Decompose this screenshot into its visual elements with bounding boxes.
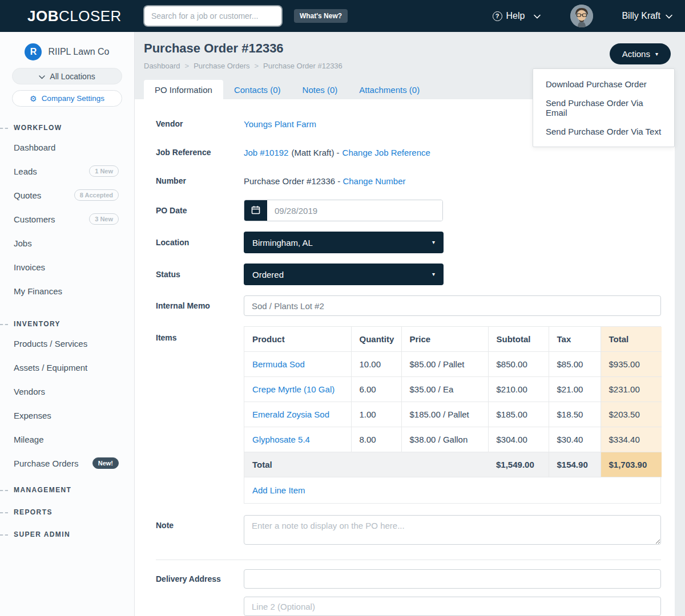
subtotal-cell: $210.00 xyxy=(488,377,549,402)
menu-item-download-purchase-order[interactable]: Download Purchase Order xyxy=(533,75,674,94)
company-settings-button[interactable]: ⚙ Company Settings xyxy=(12,90,122,107)
sidebar-item-invoices[interactable]: Invoices xyxy=(0,255,134,279)
product-link[interactable]: Emerald Zoysia Sod xyxy=(252,410,329,419)
sidebar-item-label: Assets / Equipment xyxy=(14,363,87,372)
caret-down-icon: ▾ xyxy=(432,240,435,245)
sidebar-item-purchase-orders[interactable]: Purchase OrdersNew! xyxy=(0,451,134,475)
quotes-badge: 8 Accepted xyxy=(74,189,119,201)
po-date-row: PO Date xyxy=(156,200,661,221)
delivery-address-input[interactable] xyxy=(244,569,661,589)
quantity-cell: 10.00 xyxy=(351,352,401,377)
table-header-row: Product Quantity Price Subtotal Tax Tota… xyxy=(244,327,662,352)
tab-notes[interactable]: Notes (0) xyxy=(292,80,349,99)
tab-po-information[interactable]: PO Information xyxy=(144,80,223,99)
sidebar-section-reports[interactable]: REPORTS xyxy=(0,505,134,520)
sidebar-item-quotes[interactable]: Quotes8 Accepted xyxy=(0,183,134,207)
table-row: Crepe Myrtle (10 Gal) 6.00 $35.00 / Ea $… xyxy=(244,377,662,402)
total-cell: $203.50 xyxy=(601,402,662,427)
user-avatar[interactable] xyxy=(570,5,593,27)
location-selector[interactable]: All Locations xyxy=(12,68,122,84)
actions-button[interactable]: Actions ▾ xyxy=(610,43,671,64)
menu-item-send-po-via-text[interactable]: Send Purchase Order Via Text xyxy=(533,122,674,141)
sidebar-section-inventory[interactable]: INVENTORY xyxy=(0,317,134,331)
chevron-down-icon xyxy=(534,11,541,21)
po-date-input[interactable] xyxy=(267,200,442,221)
help-menu[interactable]: ? Help xyxy=(493,11,541,21)
change-number-link[interactable]: Change Number xyxy=(342,176,405,186)
breadcrumb-item-purchase-orders[interactable]: Purchase Orders xyxy=(194,62,249,70)
tab-attachments[interactable]: Attachments (0) xyxy=(348,80,430,99)
tax-cell: $30.40 xyxy=(549,427,601,452)
sidebar-item-label: Purchase Orders xyxy=(14,459,78,468)
delivery-address-line2-input[interactable] xyxy=(244,597,661,616)
vendor-link[interactable]: Youngs Plant Farm xyxy=(244,119,316,129)
chevron-down-icon xyxy=(666,11,672,21)
user-name: Billy Kraft xyxy=(622,11,660,21)
price-cell: $38.00 / Gallon xyxy=(401,427,488,452)
product-link[interactable]: Glyphosate 5.4 xyxy=(252,435,310,444)
note-label: Note xyxy=(156,515,244,545)
company-name: RIIPL Lawn Co xyxy=(48,47,109,57)
column-header-quantity: Quantity xyxy=(351,327,401,352)
breadcrumb-item-dashboard[interactable]: Dashboard xyxy=(144,62,180,70)
total-cell: $334.40 xyxy=(601,427,662,452)
sidebar-item-customers[interactable]: Customers3 New xyxy=(0,207,134,231)
note-row: Note xyxy=(156,515,661,545)
subtotal-cell: $304.00 xyxy=(488,427,549,452)
change-job-reference-link[interactable]: Change Job Reference xyxy=(342,148,430,157)
location-select[interactable]: Birmingham, AL ▾ xyxy=(244,232,444,253)
help-label: Help xyxy=(506,11,525,21)
location-label: Location xyxy=(156,238,244,247)
note-textarea[interactable] xyxy=(244,515,661,545)
add-line-item-link[interactable]: Add Line Item xyxy=(252,485,305,495)
app-logo: JOBCLOSER xyxy=(27,7,122,25)
internal-memo-row: Internal Memo xyxy=(156,295,661,316)
tab-contacts[interactable]: Contacts (0) xyxy=(223,80,292,99)
sidebar-item-dashboard[interactable]: Dashboard xyxy=(0,135,134,159)
table-row: Glyphosate 5.4 8.00 $38.00 / Gallon $304… xyxy=(244,427,662,452)
calendar-icon xyxy=(251,205,260,216)
location-row: Location Birmingham, AL ▾ xyxy=(156,232,661,253)
po-date-label: PO Date xyxy=(156,206,244,215)
column-header-tax: Tax xyxy=(549,327,601,352)
price-cell: $85.00 / Pallet xyxy=(401,352,488,377)
internal-memo-input[interactable] xyxy=(244,295,661,316)
sidebar-section-workflow[interactable]: WORKFLOW xyxy=(0,120,134,135)
sidebar-item-jobs[interactable]: Jobs xyxy=(0,231,134,255)
table-row: Emerald Zoysia Sod 1.00 $185.00 / Pallet… xyxy=(244,402,662,427)
whats-new-button[interactable]: What's New? xyxy=(294,9,348,23)
status-select[interactable]: Ordered ▾ xyxy=(244,264,444,285)
sidebar-item-leads[interactable]: Leads1 New xyxy=(0,159,134,183)
calendar-button[interactable] xyxy=(244,200,267,221)
sidebar-item-vendors[interactable]: Vendors xyxy=(0,379,134,403)
user-menu[interactable]: Billy Kraft xyxy=(622,11,672,21)
sidebar-item-expenses[interactable]: Expenses xyxy=(0,403,134,427)
page-title: Purchase Order #12336 xyxy=(144,41,671,56)
sidebar-section-super-admin[interactable]: SUPER ADMIN xyxy=(0,527,134,542)
total-cell: $231.00 xyxy=(601,377,662,402)
total-cell: $935.00 xyxy=(601,352,662,377)
sidebar-item-assets-equipment[interactable]: Assets / Equipment xyxy=(0,355,134,379)
status-select-value: Ordered xyxy=(252,270,284,279)
column-header-product: Product xyxy=(244,327,351,352)
job-reference-link[interactable]: Job #10192 xyxy=(244,148,288,157)
sidebar-item-label: Leads xyxy=(14,167,37,176)
caret-down-icon: ▾ xyxy=(432,271,435,277)
search-input[interactable] xyxy=(151,11,275,21)
sidebar-item-label: Vendors xyxy=(14,387,45,396)
product-link[interactable]: Bermuda Sod xyxy=(252,359,305,369)
sidebar-item-label: Expenses xyxy=(14,411,51,420)
menu-item-send-po-via-email[interactable]: Send Purchase Order Via Email xyxy=(533,94,674,122)
sidebar-item-label: Invoices xyxy=(14,262,45,272)
sidebar-item-mileage[interactable]: Mileage xyxy=(0,427,134,451)
column-header-price: Price xyxy=(401,327,488,352)
sidebar-item-products-services[interactable]: Products / Services xyxy=(0,331,134,355)
breadcrumb-item-current: Purchase Order #12336 xyxy=(263,62,342,70)
sidebar-item-my-finances[interactable]: My Finances xyxy=(0,279,134,303)
subtotal-cell: $850.00 xyxy=(488,352,549,377)
column-header-subtotal: Subtotal xyxy=(488,327,549,352)
leads-badge: 1 New xyxy=(89,165,119,177)
product-link[interactable]: Crepe Myrtle (10 Gal) xyxy=(252,384,335,394)
breadcrumb-separator: > xyxy=(185,62,190,70)
sidebar-section-management[interactable]: MANAGEMENT xyxy=(0,483,134,497)
